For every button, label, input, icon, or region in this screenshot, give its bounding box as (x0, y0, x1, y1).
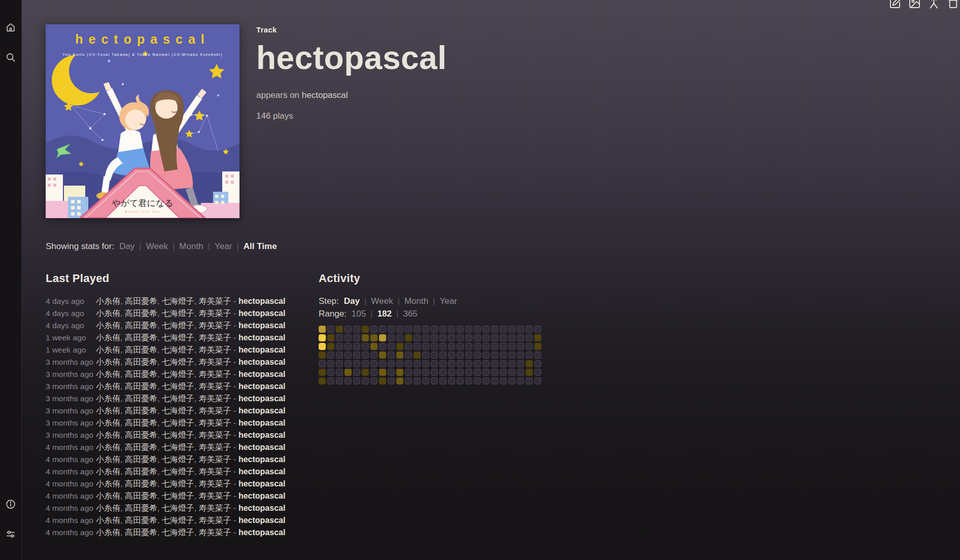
track-link[interactable]: hectopascal (238, 528, 285, 537)
artist-link[interactable]: 高田憂希 (125, 333, 157, 342)
heatmap-cell-level-2[interactable] (396, 377, 403, 384)
artist-link[interactable]: 小糸侑 (96, 528, 120, 537)
heatmap-cell-level-3[interactable] (379, 334, 386, 341)
track-link[interactable]: hectopascal (238, 333, 285, 342)
heatmap-cell-level-1[interactable] (526, 369, 533, 376)
artist-link[interactable]: 小糸侑 (96, 492, 120, 500)
artist-link[interactable]: 寿美菜子 (199, 394, 231, 403)
artist-link[interactable]: 寿美菜子 (199, 431, 231, 439)
artist-link[interactable]: 高田憂希 (125, 321, 157, 330)
heatmap-cell-level-4[interactable] (319, 334, 326, 341)
heatmap-cell-level-2[interactable] (362, 334, 369, 341)
track-link[interactable]: hectopascal (238, 504, 285, 512)
step-option-day[interactable]: Day (344, 296, 360, 306)
artist-link[interactable]: 寿美菜子 (199, 528, 231, 537)
artist-link[interactable]: 七海燈子 (162, 358, 194, 366)
artist-link[interactable]: 七海燈子 (162, 345, 194, 354)
artist-link[interactable]: 小糸侑 (96, 406, 120, 415)
artist-link[interactable]: 小糸侑 (96, 297, 120, 305)
change-image-icon[interactable] (908, 0, 921, 10)
artist-link[interactable]: 小糸侑 (96, 321, 120, 330)
track-link[interactable]: hectopascal (238, 479, 285, 488)
artist-link[interactable]: 高田憂希 (125, 479, 157, 488)
heatmap-cell-level-1[interactable] (362, 369, 369, 376)
range-option-105[interactable]: 105 (352, 309, 366, 319)
artist-link[interactable]: 高田憂希 (125, 370, 157, 378)
artist-link[interactable]: 高田憂希 (125, 516, 157, 524)
range-option-365[interactable]: 365 (403, 309, 417, 319)
heatmap-cell-level-1[interactable] (405, 334, 412, 341)
heatmap-cell-level-2[interactable] (370, 343, 378, 350)
heatmap-cell-level-1[interactable] (396, 343, 403, 350)
merge-icon[interactable] (927, 0, 941, 10)
step-option-year[interactable]: Year (440, 296, 457, 306)
artist-link[interactable]: 高田憂希 (125, 345, 157, 354)
track-link[interactable]: hectopascal (238, 297, 285, 305)
info-icon[interactable] (5, 499, 16, 510)
artist-link[interactable]: 寿美菜子 (199, 321, 231, 330)
heatmap-cell-level-1[interactable] (327, 334, 334, 341)
artist-link[interactable]: 高田憂希 (125, 382, 157, 391)
track-link[interactable]: hectopascal (238, 382, 285, 391)
track-link[interactable]: hectopascal (238, 455, 285, 464)
heatmap-cell-level-1[interactable] (319, 369, 326, 376)
heatmap-cell-level-4[interactable] (319, 343, 326, 350)
artist-link[interactable]: 七海燈子 (162, 455, 194, 464)
heatmap-cell-level-2[interactable] (396, 369, 403, 376)
stats-option-year[interactable]: Year (215, 241, 232, 251)
artist-link[interactable]: 七海燈子 (162, 516, 194, 524)
heatmap-cell-level-1[interactable] (414, 352, 421, 359)
artist-link[interactable]: 寿美菜子 (199, 418, 231, 427)
artist-link[interactable]: 寿美菜子 (199, 358, 231, 366)
track-link[interactable]: hectopascal (238, 431, 285, 439)
heatmap-cell-level-2[interactable] (379, 352, 386, 359)
artist-link[interactable]: 七海燈子 (162, 333, 194, 342)
search-icon[interactable] (5, 52, 16, 63)
artist-link[interactable]: 高田憂希 (125, 443, 157, 451)
artist-link[interactable]: 七海燈子 (162, 467, 194, 476)
artist-link[interactable]: 七海燈子 (162, 443, 194, 451)
heatmap-cell-level-1[interactable] (319, 352, 326, 359)
artist-link[interactable]: 寿美菜子 (199, 479, 231, 488)
track-link[interactable]: hectopascal (238, 467, 285, 476)
step-option-week[interactable]: Week (371, 296, 393, 306)
artist-link[interactable]: 小糸侑 (96, 309, 120, 318)
album-link[interactable]: hectopascal (302, 90, 348, 100)
artist-link[interactable]: 七海燈子 (162, 321, 194, 330)
artist-link[interactable]: 寿美菜子 (199, 309, 231, 318)
artist-link[interactable]: 七海燈子 (162, 479, 194, 488)
artist-link[interactable]: 寿美菜子 (199, 406, 231, 415)
artist-link[interactable]: 寿美菜子 (199, 443, 231, 451)
track-link[interactable]: hectopascal (238, 345, 285, 354)
artist-link[interactable]: 高田憂希 (125, 297, 157, 305)
heatmap-cell-level-1[interactable] (319, 377, 326, 384)
artist-link[interactable]: 寿美菜子 (199, 345, 231, 354)
artist-link[interactable]: 高田憂希 (125, 394, 157, 403)
artist-link[interactable]: 小糸侑 (96, 394, 120, 403)
heatmap-cell-level-2[interactable] (379, 369, 386, 376)
track-link[interactable]: hectopascal (238, 370, 285, 378)
artist-link[interactable]: 小糸侑 (96, 370, 120, 378)
range-option-182[interactable]: 182 (378, 309, 392, 319)
track-link[interactable]: hectopascal (238, 321, 285, 330)
artist-link[interactable]: 寿美菜子 (199, 382, 231, 391)
artist-link[interactable]: 小糸侑 (96, 443, 120, 451)
heatmap-cell-level-1[interactable] (362, 326, 369, 333)
heatmap-cell-level-1[interactable] (526, 360, 533, 367)
artist-link[interactable]: 寿美菜子 (199, 455, 231, 464)
album-art[interactable]: やがて君になる Bloom Into You hectopascal Yuu K… (46, 24, 239, 218)
delete-icon[interactable] (946, 0, 960, 10)
stats-option-month[interactable]: Month (179, 241, 203, 251)
artist-link[interactable]: 寿美菜子 (199, 492, 231, 500)
artist-link[interactable]: 小糸侑 (96, 382, 120, 391)
artist-link[interactable]: 高田憂希 (125, 467, 157, 476)
artist-link[interactable]: 七海燈子 (162, 431, 194, 439)
artist-link[interactable]: 高田憂希 (125, 418, 157, 427)
artist-link[interactable]: 七海燈子 (162, 382, 194, 391)
artist-link[interactable]: 寿美菜子 (199, 333, 231, 342)
artist-link[interactable]: 七海燈子 (162, 504, 194, 512)
heatmap-cell-level-2[interactable] (345, 369, 352, 376)
heatmap-cell-level-1[interactable] (534, 343, 541, 350)
artist-link[interactable]: 七海燈子 (162, 406, 194, 415)
artist-link[interactable]: 高田憂希 (125, 309, 157, 318)
